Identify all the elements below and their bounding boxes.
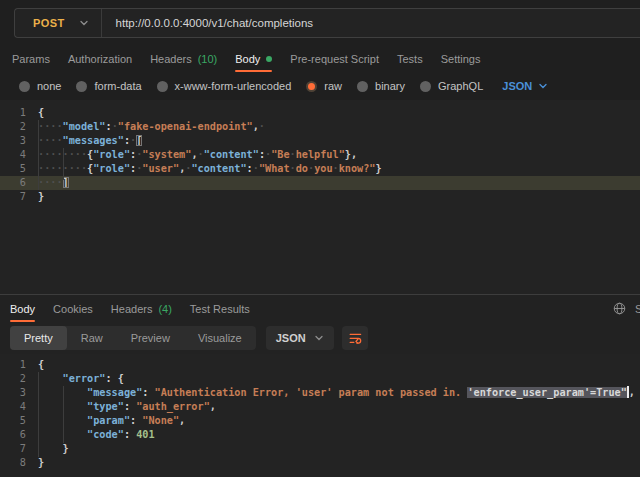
view-mode-raw[interactable]: Raw: [67, 326, 117, 350]
view-mode-visualize[interactable]: Visualize: [184, 326, 256, 350]
radio-label: raw: [324, 80, 342, 92]
body-type-row: noneform-datax-www-form-urlencodedrawbin…: [0, 72, 640, 100]
app-window: POST http://0.0.0.0:4000/v1/chat/complet…: [0, 0, 640, 477]
line-number: 6: [0, 176, 26, 190]
line-number: 6: [0, 428, 26, 442]
chevron-down-icon: [314, 333, 324, 343]
view-mode-pretty[interactable]: Pretty: [10, 326, 67, 350]
code-line[interactable]: 3 "message": "Authentication Error, 'use…: [0, 386, 640, 400]
radio-icon: [420, 81, 431, 92]
chevron-down-icon: [538, 81, 548, 91]
unsaved-dot-icon: [266, 56, 272, 62]
tab-count-badge: (10): [198, 53, 218, 65]
body-type-radio-x-www-form-urlencoded[interactable]: x-www-form-urlencoded: [157, 80, 292, 92]
code-line[interactable]: 6 "code": 401: [0, 428, 640, 442]
code-line[interactable]: 5 "param": "None",: [0, 414, 640, 428]
request-tabs: ParamsAuthorizationHeaders(10)BodyPre-re…: [0, 46, 640, 72]
radio-icon: [76, 81, 87, 92]
code-line[interactable]: 4 "type": "auth_error",: [0, 400, 640, 414]
line-number: 3: [0, 134, 26, 148]
tab-label: Cookies: [53, 303, 93, 315]
response-section: BodyCookiesHeaders(4)Test Results S Pret…: [0, 294, 640, 477]
request-tab-headers[interactable]: Headers(10): [150, 46, 217, 72]
globe-icon[interactable]: [612, 301, 627, 316]
response-tabs: BodyCookiesHeaders(4)Test Results S: [0, 295, 640, 322]
line-number: 2: [0, 120, 26, 134]
code-line[interactable]: 3····"messages":·[: [0, 134, 640, 148]
code-line[interactable]: 2····"model":·"fake-openai-endpoint",·: [0, 120, 640, 134]
tab-label: Settings: [441, 53, 481, 65]
radio-label: GraphQL: [438, 80, 483, 92]
response-tab-headers[interactable]: Headers(4): [111, 296, 172, 322]
code-line[interactable]: 1{: [0, 106, 640, 120]
line-number: 1: [0, 106, 26, 120]
tab-label: Test Results: [190, 303, 250, 315]
tab-label: Params: [12, 53, 50, 65]
response-tab-body[interactable]: Body: [10, 296, 35, 322]
response-tab-test-results[interactable]: Test Results: [190, 296, 250, 322]
url-bar: POST http://0.0.0.0:4000/v1/chat/complet…: [14, 8, 640, 38]
request-tab-authorization[interactable]: Authorization: [68, 46, 132, 72]
body-type-radio-form-data[interactable]: form-data: [76, 80, 141, 92]
line-number: 8: [0, 456, 26, 470]
status-text-clipped: S: [635, 303, 640, 315]
view-mode-group: PrettyRawPreviewVisualize: [10, 326, 256, 350]
code-line[interactable]: 8}: [0, 456, 640, 470]
response-body-editor[interactable]: 1{2 "error": {3 "message": "Authenticati…: [0, 354, 640, 477]
radio-label: none: [37, 80, 61, 92]
line-number: 5: [0, 414, 26, 428]
radio-icon: [157, 81, 168, 92]
divider: [101, 9, 102, 37]
indent-guide: [63, 386, 64, 443]
view-mode-preview[interactable]: Preview: [117, 326, 184, 350]
radio-icon: [306, 81, 317, 92]
indent-guide: [38, 120, 39, 190]
body-type-radio-graphql[interactable]: GraphQL: [420, 80, 483, 92]
code-line[interactable]: 4········{"role":·"system",·"content":·"…: [0, 148, 640, 162]
line-number: 2: [0, 372, 26, 386]
response-language-dropdown[interactable]: JSON: [266, 326, 334, 350]
code-line[interactable]: 5········{"role":·"user",·"content":·"Wh…: [0, 162, 640, 176]
response-tabs-right: S: [612, 295, 640, 322]
tab-label: Pre-request Script: [290, 53, 379, 65]
wrap-line-button[interactable]: [342, 326, 368, 350]
line-number: 7: [0, 190, 26, 204]
request-language-dropdown[interactable]: JSON: [502, 80, 548, 92]
response-tab-cookies[interactable]: Cookies: [53, 296, 93, 322]
body-type-radio-raw[interactable]: raw: [306, 80, 342, 92]
tab-label: Body: [235, 53, 260, 65]
radio-label: x-www-form-urlencoded: [175, 80, 292, 92]
code-line[interactable]: 1{: [0, 358, 640, 372]
line-number: 5: [0, 162, 26, 176]
indent-guide: [63, 148, 64, 180]
code-line[interactable]: 7 }: [0, 442, 640, 456]
body-type-radio-none[interactable]: none: [19, 80, 61, 92]
line-number: 7: [0, 442, 26, 456]
tab-label: Body: [10, 303, 35, 315]
request-body-editor[interactable]: 1{2····"model":·"fake-openai-endpoint",·…: [0, 100, 640, 294]
url-input[interactable]: http://0.0.0.0:4000/v1/chat/completions: [116, 17, 314, 29]
radio-icon: [357, 81, 368, 92]
line-number: 4: [0, 148, 26, 162]
method-label: POST: [33, 17, 65, 29]
request-language-label: JSON: [502, 80, 532, 92]
wrap-line-icon: [347, 330, 363, 346]
request-tab-body[interactable]: Body: [235, 46, 272, 72]
request-tab-settings[interactable]: Settings: [441, 46, 481, 72]
body-type-radio-binary[interactable]: binary: [357, 80, 405, 92]
tab-label: Tests: [397, 53, 423, 65]
response-toolbar: PrettyRawPreviewVisualize JSON: [0, 322, 640, 354]
code-line[interactable]: 2 "error": {: [0, 372, 640, 386]
tab-label: Headers: [150, 53, 192, 65]
request-tab-pre-request-script[interactable]: Pre-request Script: [290, 46, 379, 72]
indent-guide: [38, 372, 39, 457]
request-tab-params[interactable]: Params: [12, 46, 50, 72]
tab-label: Authorization: [68, 53, 132, 65]
request-url-row: POST http://0.0.0.0:4000/v1/chat/complet…: [0, 0, 640, 46]
code-line[interactable]: 6····]: [0, 176, 640, 190]
response-language-label: JSON: [276, 332, 306, 344]
request-tab-tests[interactable]: Tests: [397, 46, 423, 72]
radio-label: form-data: [94, 80, 141, 92]
code-line[interactable]: 7}: [0, 190, 640, 204]
method-dropdown[interactable]: POST: [15, 17, 101, 29]
